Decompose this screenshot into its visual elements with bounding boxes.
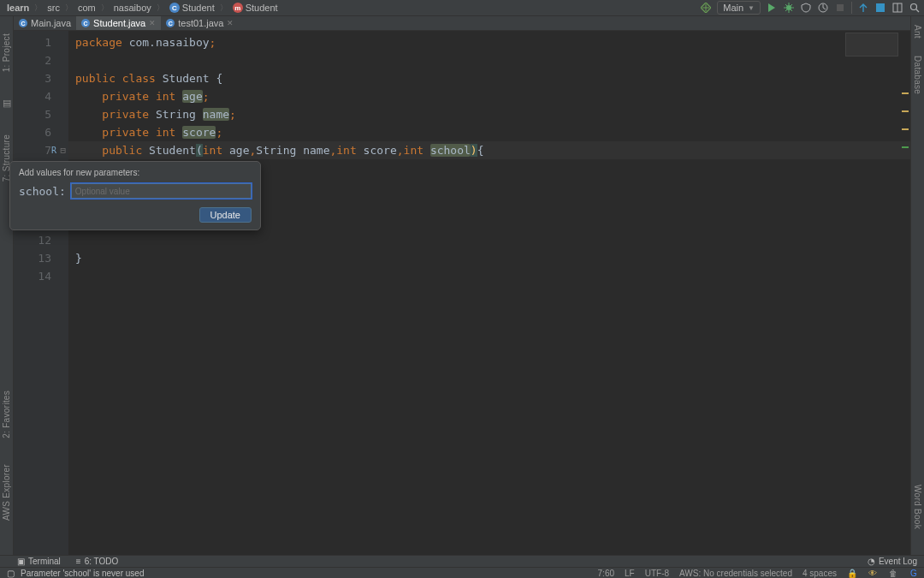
editor-gutter[interactable]: 1 2 3 4 5 6 7R⊟ 8 9 10 11 12 13 14: [14, 31, 68, 555]
breadcrumb-item-com[interactable]: com: [74, 3, 99, 13]
update-button[interactable]: Update: [199, 207, 252, 223]
status-line-separator[interactable]: LF: [625, 569, 635, 578]
fold-icon[interactable]: ⊟: [60, 145, 66, 156]
code-line[interactable]: [68, 267, 910, 285]
keyword: class: [122, 72, 156, 85]
gutter-line[interactable]: 12: [14, 231, 68, 249]
tool-window-favorites[interactable]: 2: Favorites: [2, 390, 11, 438]
status-caret-position[interactable]: 7:60: [598, 569, 614, 578]
breadcrumb-item-method[interactable]: mStudent: [229, 3, 281, 13]
close-icon[interactable]: ✕: [149, 19, 156, 27]
gutter-line[interactable]: 3: [14, 69, 68, 87]
tool-windows-toggle-icon[interactable]: ▢: [5, 568, 15, 578]
tool-window-event-log[interactable]: ◔ Event Log: [868, 557, 917, 566]
right-tool-window-bar: Ant Database Word Book: [910, 16, 924, 555]
gutter-line[interactable]: 13: [14, 249, 68, 267]
keyword: private: [102, 90, 149, 103]
memory-icon[interactable]: 🗑: [888, 568, 898, 578]
status-encoding[interactable]: UTF-8: [645, 569, 669, 578]
status-aws[interactable]: AWS: No credentials selected: [679, 569, 792, 578]
breadcrumb-label: Student: [246, 3, 278, 13]
tab-student-java[interactable]: C Student.java ✕: [76, 16, 161, 30]
breadcrumb-root-label: learn: [7, 3, 29, 13]
svg-rect-2: [837, 4, 844, 11]
breadcrumb-item-src[interactable]: src: [44, 3, 63, 13]
tool-window-todo[interactable]: ≡ 6: TODO: [76, 557, 119, 566]
breadcrumb-label: Student: [182, 3, 215, 13]
chevron-right-icon: 〉: [157, 3, 164, 14]
close-icon[interactable]: ✕: [227, 19, 234, 27]
warning-marker[interactable]: [902, 92, 909, 94]
popup-param-input[interactable]: [71, 183, 252, 199]
breadcrumb-label: nasaiboy: [114, 3, 151, 13]
editor-content[interactable]: package com.nasaiboy; public class Stude…: [68, 31, 910, 555]
code-line[interactable]: private String name;: [68, 105, 910, 123]
brace: {: [216, 72, 222, 85]
gutter-line[interactable]: 4: [14, 87, 68, 105]
tool-window-project[interactable]: 1: Project: [2, 33, 11, 72]
breadcrumb-item-nasaiboy[interactable]: nasaiboy: [110, 3, 155, 13]
brace: }: [75, 252, 82, 265]
param: name: [303, 144, 329, 157]
terminal-icon: ▣: [17, 557, 25, 566]
code-line[interactable]: }: [68, 249, 910, 267]
coverage-icon[interactable]: [800, 2, 812, 14]
tool-window-database[interactable]: Database: [913, 56, 922, 94]
gutter-line[interactable]: 1: [14, 33, 68, 51]
run-config-label: Main: [723, 3, 743, 13]
search-icon[interactable]: [909, 2, 921, 14]
tab-label: Student.java: [93, 18, 145, 28]
git-commit-icon[interactable]: [874, 2, 886, 14]
google-icon[interactable]: G: [909, 568, 919, 578]
code-line[interactable]: [68, 231, 910, 249]
popup-title: Add values for new parameters:: [19, 168, 252, 177]
chevron-right-icon: 〉: [34, 3, 42, 14]
build-icon[interactable]: [700, 2, 712, 14]
keyword: private: [102, 108, 149, 121]
code-line[interactable]: private int age;: [68, 87, 910, 105]
gutter-line[interactable]: 6: [14, 123, 68, 141]
breadcrumb-root[interactable]: learn: [3, 3, 33, 13]
brace: {: [477, 144, 484, 157]
status-indent[interactable]: 4 spaces: [803, 569, 837, 578]
recursive-call-icon[interactable]: R: [51, 146, 56, 155]
left-tool-window-bar: 1: Project ▤ 7: Structure 2: Favorites A…: [0, 16, 14, 555]
code-overview-minimap[interactable]: [845, 33, 898, 57]
folder-icon[interactable]: ▤: [3, 98, 11, 109]
lock-icon[interactable]: 🔒: [847, 568, 857, 578]
inspection-icon[interactable]: 👁: [868, 568, 878, 578]
gutter-line[interactable]: 14: [14, 267, 68, 285]
warning-marker[interactable]: [902, 128, 909, 130]
gutter-line[interactable]: 2: [14, 51, 68, 69]
debug-icon[interactable]: [783, 2, 795, 14]
keyword: int: [203, 144, 222, 157]
gutter-line[interactable]: 7R⊟: [14, 141, 68, 159]
code-line[interactable]: private int score;: [68, 123, 910, 141]
tool-window-wordbook[interactable]: Word Book: [913, 485, 922, 529]
added-marker[interactable]: [902, 146, 909, 148]
git-update-icon[interactable]: [857, 2, 869, 14]
tab-test01-java[interactable]: C test01.java ✕: [161, 16, 239, 30]
chevron-right-icon: 〉: [101, 3, 109, 14]
code-line[interactable]: package com.nasaiboy;: [68, 33, 910, 51]
code-line[interactable]: public class Student {: [68, 69, 910, 87]
tab-main-java[interactable]: C Main.java: [14, 16, 76, 30]
code-line[interactable]: [68, 51, 910, 69]
field-name: score: [182, 126, 216, 139]
editor-layout-icon[interactable]: [891, 2, 903, 14]
stop-icon[interactable]: [834, 2, 846, 14]
breadcrumb[interactable]: learn 〉 src 〉 com 〉 nasaiboy 〉 CStudent …: [3, 3, 281, 14]
profiler-icon[interactable]: [817, 2, 829, 14]
gutter-line[interactable]: 5: [14, 105, 68, 123]
tool-window-ant[interactable]: Ant: [913, 25, 922, 39]
run-configuration-selector[interactable]: Main ▼: [717, 1, 761, 15]
breadcrumb-item-class[interactable]: CStudent: [166, 3, 218, 13]
warning-marker[interactable]: [902, 110, 909, 112]
tool-window-aws-explorer[interactable]: AWS Explorer: [2, 464, 11, 521]
code-line[interactable]: public Student(int age,String name,int s…: [68, 141, 910, 159]
popup-param-label: school:: [19, 185, 66, 198]
tool-window-terminal[interactable]: ▣ Terminal: [17, 557, 61, 566]
error-stripe[interactable]: [898, 31, 910, 555]
field-name: name: [203, 108, 229, 121]
run-icon[interactable]: [766, 2, 778, 14]
